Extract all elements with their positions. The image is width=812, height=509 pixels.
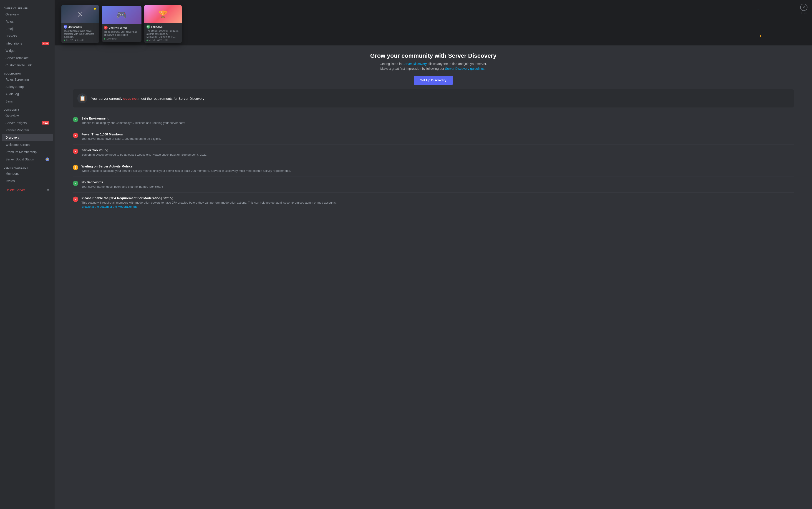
status-icon-server-age: ✕ [73,148,78,154]
online-dot [64,39,65,41]
sidebar: CHERRY'S SERVER Overview Roles Emoji Sti… [0,0,55,509]
starwars-icon: SW [64,25,67,29]
cherry-desc: Tell people what your server's all about… [104,30,139,36]
req-desc-server-age: Servers in Discovery need to be at least… [82,153,208,157]
moderation-tab-link[interactable]: Enable at the bottom of the Moderation t… [82,205,137,208]
sidebar-item-server-template[interactable]: Server Template [2,54,53,62]
sidebar-item-widget[interactable]: Widget [2,47,53,54]
sidebar-item-partner-program[interactable]: Partner Program [2,127,53,134]
hero-title: Grow your community with Server Discover… [77,52,789,59]
star-decoration-small: ✦ [758,34,762,39]
sidebar-item-bans[interactable]: Bans [2,98,53,105]
req-content-activity-metrics: Waiting on Server Activity Metrics We're… [82,165,291,173]
fg-member-dot [157,39,159,41]
sidebar-item-safety-setup[interactable]: Safety Setup [2,83,53,91]
req-content-member-count: Fewer Than 1,000 Members Your server mus… [82,133,161,141]
status-icon-2fa: ✕ [73,197,78,202]
sidebar-item-overview1[interactable]: Overview [2,11,53,18]
esc-button[interactable]: ✕ ESC [800,4,807,14]
req-content-safe-env: Safe Environment Thanks for abiding by o… [82,116,185,125]
status-icon-activity-metrics: ! [73,165,78,170]
req-title-no-bad-words: No Bad Words [82,180,163,184]
sidebar-item-welcome-screen[interactable]: Welcome Screen [2,141,53,148]
sidebar-item-custom-invite[interactable]: Custom Invite Link [2,62,53,69]
cherry-icon: C [104,26,107,30]
esc-label: ESC [801,11,807,14]
card-image-cherry: 🎮 [102,6,142,24]
req-title-member-count: Fewer Than 1,000 Members [82,133,161,136]
clipboard-icon: 📋 [80,96,86,101]
status-icon-safe-env: ✓ [73,117,78,122]
requirements-list: ✓ Safe Environment Thanks for abiding by… [73,113,794,212]
cherry-decor: 🎮 [117,10,127,20]
req-item-activity-metrics: ! Waiting on Server Activity Metrics We'… [73,161,794,177]
req-content-no-bad-words: No Bad Words Your server name, descripti… [82,180,163,189]
sidebar-item-invites[interactable]: Invites [2,177,53,184]
discovery-preview: ✦ ⁘ ⚔ ★ SW /r/StarWars The official Star… [55,0,812,45]
sidebar-item-premium-membership[interactable]: Premium Membership [2,148,53,156]
sidebar-section-moderation: Rules Screening Safety Setup Audit Log B… [0,76,55,105]
fallguys-members: 273,660 [157,39,168,41]
sidebar-item-members[interactable]: Members [2,170,53,177]
fallguys-stats: 50,278 273,660 [147,39,180,41]
fg-online-dot [147,39,148,41]
req-item-2fa: ✕ Please Enable the [2FA Requirement For… [73,193,794,212]
card-image-fallguys: 🏆 [144,5,182,23]
starwars-online: 19,812 [64,39,73,41]
req-title-2fa: Please Enable the [2FA Requirement For M… [82,196,337,200]
community-label: COMMUNITY [0,105,55,112]
requirements-box: 📋 Your server currently does not meet th… [73,89,794,107]
cherry-member-dot [104,38,105,39]
sidebar-item-discovery[interactable]: Discovery [2,134,53,141]
main-content: ✕ ESC ✦ ⁘ ⚔ ★ SW /r/StarWars The officia… [55,0,812,509]
server-discovery-link[interactable]: Server Discovery [403,62,427,66]
sidebar-item-server-boost[interactable]: Server Boost Status ⚡ [2,156,53,163]
sidebar-item-rules-screening[interactable]: Rules Screening [2,76,53,83]
req-content-server-age: Server Too Young Servers in Discovery ne… [82,148,208,157]
starwars-stats: 19,812 69,520 [64,39,97,41]
starwars-decor: ⚔ [77,10,83,18]
hero-description: Getting listed in Server Discovery allow… [379,62,488,71]
content-area: Grow your community with Server Discover… [55,45,812,222]
sidebar-item-server-insights[interactable]: Server Insights NEW [2,119,53,127]
sidebar-item-delete-server[interactable]: Delete Server 🗑 [2,186,53,194]
requirements-text: Your server currently does not meet the … [91,97,205,100]
boost-icon: ⚡ [45,158,49,161]
server-card-cherry[interactable]: 🎮 C Cherry's Server Tell people what you… [102,6,142,42]
sidebar-section-user-mgmt: Members Invites [0,170,55,184]
trash-icon: 🗑 [46,189,49,192]
sidebar-item-stickers[interactable]: Stickers [2,33,53,40]
sidebar-item-integrations[interactable]: Integrations NEW [2,40,53,47]
server-card-fallguys[interactable]: 🏆 FG Fall Guys The Official server for F… [144,5,182,43]
cherry-card-body: C Cherry's Server Tell people what your … [102,24,142,42]
sidebar-section-general: Overview Roles Emoji Stickers Integratio… [0,11,55,69]
req-item-no-bad-words: ✓ No Bad Words Your server name, descrip… [73,177,794,193]
user-mgmt-label: USER MANAGEMENT [0,163,55,170]
setup-discovery-button[interactable]: Set Up Discovery [414,76,452,85]
starwars-card-body: SW /r/StarWars The official Star Wars se… [61,23,99,43]
sidebar-item-audit-log[interactable]: Audit Log [2,91,53,98]
sidebar-item-overview2[interactable]: Overview [2,112,53,119]
fallguys-online: 50,278 [147,39,156,41]
moderation-label: MODERATION [0,69,55,76]
sidebar-section-delete: Delete Server 🗑 [0,186,55,194]
req-item-safe-env: ✓ Safe Environment Thanks for abiding by… [73,113,794,129]
badge-new-integrations: NEW [42,42,49,45]
server-card-starwars[interactable]: ⚔ ★ SW /r/StarWars The official Star War… [61,5,99,43]
sidebar-item-emoji[interactable]: Emoji [2,25,53,33]
req-desc-activity-metrics: We're unable to calculate your server's … [82,169,291,173]
fallguys-icon: FG [147,25,150,29]
badge-new-insights: NEW [42,121,49,125]
discovery-guidelines-link[interactable]: Server Discovery guidelines [445,67,485,70]
member-dot [74,39,76,41]
req-title-activity-metrics: Waiting on Server Activity Metrics [82,165,291,168]
req-item-server-age: ✕ Server Too Young Servers in Discovery … [73,145,794,161]
fallguys-server-row: FG Fall Guys [147,25,180,29]
sidebar-section-community: Overview Server Insights NEW Partner Pro… [0,112,55,163]
status-icon-no-bad-words: ✓ [73,181,78,186]
req-desc-2fa: This setting will require all members wi… [82,201,337,209]
server-name-label: CHERRY'S SERVER [0,4,55,11]
req-desc-no-bad-words: Your server name, description, and chann… [82,185,163,189]
starwars-star: ★ [93,6,97,11]
sidebar-item-roles[interactable]: Roles [2,18,53,25]
